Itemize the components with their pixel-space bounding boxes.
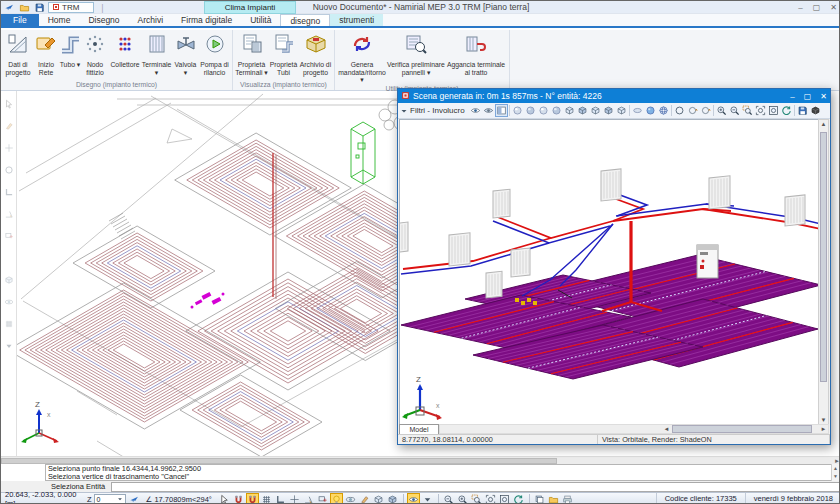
- main-horizontal-scrollbar[interactable]: ►: [1, 456, 840, 464]
- grid-icon[interactable]: [260, 493, 273, 504]
- filters-dropdown[interactable]: Filtri - Involucro: [400, 106, 469, 115]
- shade-ball-1-icon[interactable]: [511, 104, 524, 117]
- z-level-combo[interactable]: 0: [94, 494, 126, 504]
- zoom-extents-icon[interactable]: [484, 493, 497, 504]
- draw-tool-icon[interactable]: [4, 227, 14, 245]
- zoom-window-icon[interactable]: [470, 493, 483, 504]
- collector-button[interactable]: Collettore: [109, 31, 141, 69]
- pipe-button[interactable]: Tubo ▾: [59, 31, 81, 69]
- terminal-properties-button[interactable]: Proprietà Terminali ▾: [235, 31, 268, 76]
- viewer-horizontal-scrollbar[interactable]: ◄ ►: [439, 424, 829, 434]
- scroll-left-arrow[interactable]: ◄: [662, 425, 671, 433]
- osnap-magnet-icon[interactable]: [246, 493, 259, 504]
- project-archive-button[interactable]: Archivio di progetto: [299, 31, 332, 76]
- printer-icon[interactable]: [561, 493, 574, 504]
- tab-disegno[interactable]: disegno: [280, 14, 330, 26]
- shaded-sphere-icon[interactable]: [644, 104, 657, 117]
- orbit-icon[interactable]: [344, 493, 357, 504]
- project-folder-icon[interactable]: [547, 493, 560, 504]
- draw-tool-icon[interactable]: [4, 271, 14, 289]
- zoom-out-icon[interactable]: [442, 493, 455, 504]
- zoom-extents-icon[interactable]: [754, 104, 767, 117]
- draw-tool-icon[interactable]: [4, 205, 14, 223]
- orbit-rotate-icon[interactable]: [512, 493, 525, 504]
- tab-home[interactable]: Home: [39, 14, 80, 26]
- layer-plane-icon[interactable]: [128, 493, 141, 504]
- draw-tool-icon[interactable]: [4, 315, 14, 333]
- crosshair-icon[interactable]: [288, 493, 301, 504]
- orbit-circle-icon[interactable]: [686, 104, 699, 117]
- solid-cube-2-icon[interactable]: [576, 104, 589, 117]
- solid-cube-3-icon[interactable]: [589, 104, 602, 117]
- tab-strumenti[interactable]: strumenti: [330, 14, 383, 26]
- tab-archivi[interactable]: Archivi: [129, 14, 173, 26]
- pump-button[interactable]: Pompa di rilancio: [199, 31, 230, 76]
- maximize-button[interactable]: ▢: [813, 1, 821, 14]
- polar-angle-icon[interactable]: [302, 493, 315, 504]
- solid-cube-1-icon[interactable]: [563, 104, 576, 117]
- hide-eye-icon[interactable]: [482, 104, 495, 117]
- shade-ball-4-icon[interactable]: [550, 104, 563, 117]
- split-view-icon[interactable]: [495, 104, 508, 117]
- solid-cube-5-icon[interactable]: [615, 104, 628, 117]
- rect-snap-icon[interactable]: [316, 493, 329, 504]
- select-cursor-icon[interactable]: [218, 493, 231, 504]
- highlight-bulb-icon[interactable]: [330, 493, 343, 504]
- shade-ball-3-icon[interactable]: [537, 104, 550, 117]
- command-input[interactable]: [111, 482, 840, 492]
- snap-magnet-icon[interactable]: [232, 493, 245, 504]
- shade-ball-2-icon[interactable]: [524, 104, 537, 117]
- pipe-properties-button[interactable]: Proprietà Tubi: [268, 31, 299, 76]
- tab-firma-digitale[interactable]: Firma digitale: [172, 14, 241, 26]
- draw-tool-icon[interactable]: [4, 117, 14, 135]
- visibility-eye-icon[interactable]: [407, 493, 420, 504]
- valve-button[interactable]: Valvola ▾: [172, 31, 199, 76]
- attach-terminal-button[interactable]: Aggancia terminale al tratto: [445, 31, 507, 76]
- zoom-in-icon[interactable]: [456, 493, 469, 504]
- command-history-scroll[interactable]: ▲▼: [831, 464, 839, 481]
- layers-icon[interactable]: [533, 493, 546, 504]
- scene-3d-canvas[interactable]: Z x: [399, 119, 820, 426]
- solid-cube-4-icon[interactable]: [602, 104, 615, 117]
- dummy-node-button[interactable]: Nodo fittizio: [81, 31, 109, 76]
- project-data-button[interactable]: Dati di progetto: [3, 31, 33, 76]
- panel-precheck-button[interactable]: Verifica preliminare pannelli ▾: [387, 31, 445, 76]
- wire-globe-icon[interactable]: [657, 104, 670, 117]
- network-start-button[interactable]: Inizio Rete: [33, 31, 59, 76]
- visibility-caret-icon[interactable]: [421, 493, 434, 504]
- draw-tool-icon[interactable]: [4, 249, 14, 267]
- scroll-right-arrow[interactable]: ►: [819, 425, 828, 433]
- zoom-window-icon[interactable]: [741, 104, 754, 117]
- view-cube-icon[interactable]: [372, 493, 385, 504]
- draw-tool-icon[interactable]: [4, 337, 14, 355]
- circle-view-icon[interactable]: [673, 104, 686, 117]
- tab-disegno[interactable]: Disegno: [79, 14, 128, 26]
- viewer-hscroll-thumb[interactable]: [672, 425, 812, 433]
- minimize-button[interactable]: –: [798, 1, 802, 14]
- viewer-title-bar[interactable]: Scena generata in: 0m 1s 857ms - N° enti…: [398, 89, 830, 103]
- ortho-icon[interactable]: [274, 493, 287, 504]
- draw-tool-icon[interactable]: [4, 183, 14, 201]
- flat-disc-icon[interactable]: [631, 104, 644, 117]
- ucs-cube-icon[interactable]: [386, 493, 399, 504]
- spin-circle-icon[interactable]: [699, 104, 712, 117]
- draw-tool-icon[interactable]: [4, 161, 14, 179]
- zoom-in-icon[interactable]: [715, 104, 728, 117]
- model-tab[interactable]: Model: [399, 424, 439, 434]
- close-button[interactable]: ✕: [830, 1, 837, 14]
- show-eye-icon[interactable]: [469, 104, 482, 117]
- viewer-vscroll-thumb[interactable]: [820, 132, 827, 382]
- zoom-previous-icon[interactable]: [767, 104, 780, 117]
- viewer-close-button[interactable]: ✕: [820, 92, 827, 101]
- draw-tool-icon[interactable]: [4, 95, 14, 113]
- scroll-up-arrow[interactable]: ▲: [819, 120, 828, 129]
- rotate-view-icon[interactable]: [780, 104, 793, 117]
- draw-tool-icon[interactable]: [4, 293, 14, 311]
- viewer-vertical-scrollbar[interactable]: ▲ ▼: [818, 119, 829, 426]
- generate-supply-return-button[interactable]: Genera mandata/ritorno ▾: [337, 31, 387, 84]
- terminal-button[interactable]: Terminale ▾: [141, 31, 172, 76]
- tab-utilità[interactable]: Utilità: [241, 14, 280, 26]
- pencil-icon[interactable]: [358, 493, 371, 504]
- viewer-maximize-button[interactable]: ▢: [804, 92, 812, 101]
- zoom-out-icon[interactable]: [728, 104, 741, 117]
